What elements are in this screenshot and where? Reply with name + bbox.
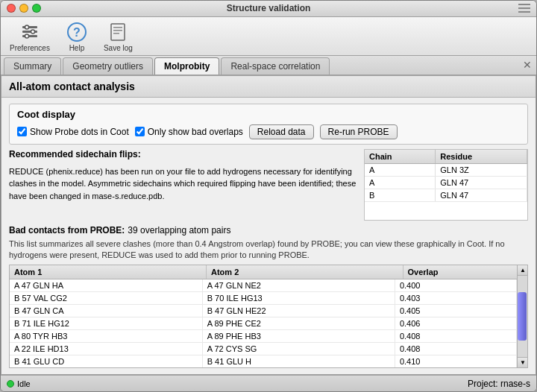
- help-icon: ?: [65, 20, 89, 44]
- contacts-cell-atom2: A 72 CYS SG: [202, 342, 395, 355]
- svg-point-4: [31, 30, 34, 34]
- sidechain-cell-chain: B: [365, 189, 436, 201]
- bad-contacts-section: Bad contacts from PROBE: 39 overlapping …: [9, 225, 528, 368]
- contacts-row: B 47 GLN CAB 47 GLN HE220.405: [10, 304, 517, 317]
- status-left: Idle: [7, 379, 31, 388]
- only-bad-checkbox-label[interactable]: Only show bad overlaps: [135, 127, 243, 137]
- main-content: All-atom contact analysis Coot display S…: [1, 75, 536, 375]
- contacts-cell-atom2: B 47 GLN HE22: [202, 304, 395, 317]
- scroll-thumb[interactable]: [518, 292, 527, 341]
- contacts-cell-overlap: 0.400: [395, 279, 516, 292]
- col-atom2: Atom 2: [207, 265, 403, 279]
- contacts-row: A 47 GLN HAA 47 GLN NE20.400: [10, 279, 517, 292]
- sidechain-description: REDUCE (phenix.reduce) has been run on y…: [9, 165, 357, 221]
- sidechain-cell-residue: GLN 47: [436, 176, 527, 189]
- sidechain-col-chain: Chain: [365, 150, 436, 164]
- table-scroll[interactable]: A 47 GLN HAA 47 GLN NE20.400B 57 VAL CG2…: [10, 279, 517, 367]
- col-atom1: Atom 1: [10, 265, 207, 279]
- window-title: Structure validation: [227, 3, 311, 13]
- tab-real-space[interactable]: Real-space correlation: [221, 57, 330, 75]
- sidechain-table-container: Chain Residue AGLN 3ZAGLN 47BGLN 47: [364, 149, 528, 221]
- contacts-cell-overlap: 0.410: [395, 355, 516, 367]
- contacts-table-body: A 47 GLN HAA 47 GLN NE20.400B 57 VAL CG2…: [10, 279, 517, 367]
- coot-display-box: Coot display Show Probe dots in Coot Onl…: [9, 104, 528, 145]
- contacts-row: A 22 ILE HD13A 72 CYS SG0.408: [10, 342, 517, 355]
- contacts-row: B 57 VAL CG2B 70 ILE HG130.403: [10, 291, 517, 304]
- sidechain-label: Recommended sidechain flips:: [9, 149, 357, 159]
- contacts-cell-atom1: B 41 GLU CD: [10, 355, 202, 367]
- close-button[interactable]: [7, 4, 16, 13]
- resize-handle[interactable]: [518, 4, 530, 13]
- toolbar: Preferences ? Help Save log: [1, 17, 536, 56]
- rerun-probe-button[interactable]: Re-run PROBE: [320, 124, 398, 139]
- contacts-cell-atom1: A 47 GLN HA: [10, 279, 202, 292]
- titlebar: Structure validation: [1, 1, 536, 17]
- contacts-cell-overlap: 0.405: [395, 304, 516, 317]
- show-probe-label: Show Probe dots in Coot: [30, 127, 129, 137]
- svg-text:?: ?: [73, 26, 81, 39]
- svg-rect-10: [113, 30, 122, 31]
- bad-contacts-description: This list summarizes all severe clashes …: [9, 238, 528, 262]
- contacts-row: B 71 ILE HG12A 89 PHE CE20.406: [10, 317, 517, 329]
- only-bad-label: Only show bad overlaps: [148, 127, 243, 137]
- sidechain-row: AGLN 3Z: [365, 163, 527, 176]
- svg-point-3: [25, 25, 28, 29]
- save-log-button[interactable]: Save log: [101, 19, 136, 54]
- sidechain-cell-chain: A: [365, 163, 436, 176]
- save-log-icon: [106, 20, 130, 44]
- help-button[interactable]: ? Help: [62, 19, 92, 54]
- preferences-button[interactable]: Preferences: [7, 19, 53, 54]
- contacts-cell-atom1: B 47 GLN CA: [10, 304, 202, 317]
- contacts-cell-atom1: B 57 VAL CG2: [10, 291, 202, 304]
- bad-contacts-header-row: Bad contacts from PROBE: 39 overlapping …: [9, 225, 528, 237]
- scroll-up-arrow[interactable]: ▲: [518, 265, 528, 276]
- tab-summary[interactable]: Summary: [4, 57, 61, 75]
- sidechain-cell-residue: GLN 47: [436, 189, 527, 201]
- sidechain-section: Recommended sidechain flips: REDUCE (phe…: [9, 149, 528, 221]
- preferences-label: Preferences: [10, 44, 50, 52]
- content-area: Coot display Show Probe dots in Coot Onl…: [1, 98, 536, 374]
- sidechain-col-residue: Residue: [436, 150, 527, 164]
- minimize-button[interactable]: [19, 4, 28, 13]
- preferences-icon: [18, 20, 42, 44]
- svg-point-5: [25, 34, 28, 38]
- contacts-row: B 41 GLU CDB 41 GLU H0.410: [10, 355, 517, 367]
- contacts-cell-atom2: A 47 GLN NE2: [202, 279, 395, 292]
- section-title: All-atom contact analysis: [1, 76, 536, 98]
- bad-contacts-count: 39 overlapping atom pairs: [128, 225, 230, 235]
- contacts-cell-atom1: A 80 TYR HB3: [10, 329, 202, 342]
- show-probe-checkbox-label[interactable]: Show Probe dots in Coot: [17, 127, 129, 137]
- scroll-down-arrow[interactable]: ▼: [518, 357, 528, 367]
- only-bad-checkbox[interactable]: [135, 127, 145, 136]
- close-icon[interactable]: ✕: [523, 59, 532, 71]
- sidechain-row: AGLN 47: [365, 176, 527, 189]
- bad-contacts-label: Bad contacts from PROBE:: [9, 225, 125, 235]
- scrollbar[interactable]: ▲ ▼: [517, 265, 527, 367]
- sidechain-cell-chain: A: [365, 176, 436, 189]
- reload-data-button[interactable]: Reload data: [249, 124, 314, 139]
- tab-geometry-outliers[interactable]: Geometry outliers: [63, 57, 153, 75]
- statusbar: Idle Project: rnase-s: [1, 375, 536, 391]
- sidechain-table: Chain Residue AGLN 3ZAGLN 47BGLN 47: [365, 150, 527, 202]
- contacts-cell-atom1: B 71 ILE HG12: [10, 317, 202, 329]
- svg-rect-9: [113, 27, 122, 28]
- tabs-bar: Summary Geometry outliers Molprobity Rea…: [1, 56, 536, 75]
- status-text: Idle: [17, 379, 31, 388]
- help-label: Help: [69, 44, 85, 52]
- svg-rect-11: [113, 33, 119, 34]
- status-dot: [7, 380, 14, 388]
- window-controls: [7, 4, 41, 13]
- contacts-cell-overlap: 0.408: [395, 342, 516, 355]
- tab-molprobity[interactable]: Molprobity: [154, 57, 219, 75]
- svg-rect-8: [111, 24, 125, 40]
- contacts-cell-overlap: 0.406: [395, 317, 516, 329]
- show-probe-checkbox[interactable]: [17, 127, 27, 136]
- project-label: Project: rnase-s: [468, 379, 530, 389]
- maximize-button[interactable]: [32, 4, 41, 13]
- contacts-row: A 80 TYR HB3A 89 PHE HB30.408: [10, 329, 517, 342]
- contacts-cell-atom2: A 89 PHE CE2: [202, 317, 395, 329]
- col-overlap: Overlap: [403, 265, 527, 279]
- contacts-cell-overlap: 0.408: [395, 329, 516, 342]
- contacts-cell-atom2: B 41 GLU H: [202, 355, 395, 367]
- sidechain-cell-residue: GLN 3Z: [436, 163, 527, 176]
